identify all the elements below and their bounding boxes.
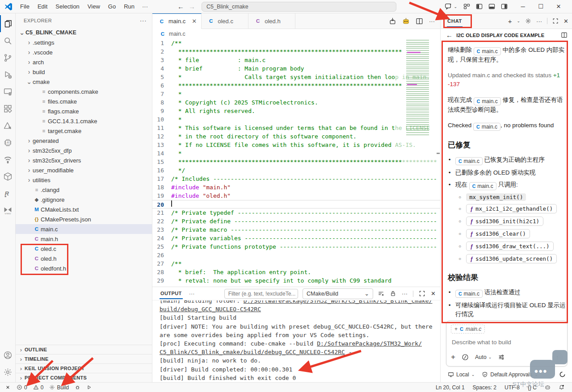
tree-item--clangd[interactable]: ≡.clangd [16,185,152,195]
ai-robot-icon[interactable] [402,17,410,25]
function-chip[interactable]: ƒssd1306_update_screen() [466,254,557,263]
tree-item-build[interactable]: ›build [16,67,152,77]
close-tab-icon[interactable]: ✕ [188,18,197,25]
code-mode-icon[interactable] [462,354,469,361]
output-more-icon[interactable]: ··· [187,290,197,297]
breadcrumb[interactable]: C main.c [152,29,440,39]
code-editor[interactable]: 1/**2 **********************************… [152,39,440,287]
window-minimize-button[interactable]: ─ [514,0,532,13]
tune-sliders-icon[interactable] [498,354,505,361]
toggle-secondary-sidebar-icon[interactable] [501,3,508,10]
tab-oled-h[interactable]: Coled.h [248,13,295,29]
files-activity-icon[interactable] [0,15,16,32]
tree-item--settings[interactable]: ›.settings [16,38,152,47]
remote-activity-icon[interactable] [0,83,16,100]
tree-item-arch[interactable]: ›arch [16,57,152,67]
status-{}[interactable]: {} C [526,383,539,392]
flash-download-icon[interactable] [389,17,396,25]
output-link[interactable]: D:/SoftwarePackage/STM32_Work/ [317,340,422,347]
tree-item-utilities[interactable]: ›utilities [16,175,152,185]
tree-item-files-cmake[interactable]: ≡files.cmake [16,96,152,106]
tab-oled-c[interactable]: Coled.c [202,13,248,29]
status-ln[interactable]: Ln 20, Col 1 [433,383,467,392]
remote-indicator[interactable] [3,383,13,392]
output-link[interactable]: C5_Blink/C5_Blink_cmake/build/debug_GCC_… [160,349,345,355]
chat-back-icon[interactable]: ← [446,31,453,39]
tree-item-target-cmake[interactable]: ≡target.cmake [16,126,152,136]
chip-activity-icon[interactable]: R [0,134,16,151]
file-chip-main-c[interactable]: Cmain.c [455,157,483,165]
chat-split-icon[interactable] [561,32,568,38]
menu-go[interactable]: Go [104,2,120,12]
tab-main-c[interactable]: Cmain.c✕ [152,13,202,29]
explorer-more-icon[interactable]: ··· [140,17,147,24]
menu-view[interactable]: View [84,2,104,12]
environment-select[interactable]: Local⌄ [448,371,475,378]
tree-item-oled-c[interactable]: Coled.c [16,244,152,254]
menu-more-icon[interactable]: ··· [139,3,151,10]
toggle-panel-icon[interactable] [488,3,495,10]
tree-item-cmakepresets-json[interactable]: {}CMakePresets.json [16,214,152,224]
debug-activity-icon[interactable] [0,66,16,83]
output-channel-select[interactable]: CMake/Build⌄ [303,288,373,299]
nav-forward-icon[interactable]: → [189,3,195,10]
section-timeline[interactable]: ›TIMELINE [16,354,152,363]
notifications-bell-icon[interactable] [556,383,567,392]
section-project-components[interactable]: ›PROJECT COMPONENTS [16,373,152,382]
cmake-build-button[interactable]: Build [47,383,71,392]
tree-item--vscode[interactable]: ›.vscode [16,47,152,57]
maximize-panel-icon[interactable] [419,290,425,297]
chat-more-icon[interactable]: ··· [536,18,542,25]
section-keil-uvision-project[interactable]: ›KEIL UVISION PROJECT [16,363,152,373]
scroll-lock-icon[interactable] [390,290,396,297]
context-chip[interactable]: + C main.c [451,325,485,334]
tree-item-cmakelists-txt[interactable]: MCMakeLists.txt [16,204,152,214]
tree-item-stm32c5xx-drivers[interactable]: ›stm32c5xx_drivers [16,155,152,165]
menu-edit[interactable]: Edit [34,2,51,12]
nav-back-icon[interactable]: ← [177,3,184,10]
status-utf-8[interactable]: UTF-8 [502,383,522,392]
copilot-status-icon[interactable] [543,383,553,392]
stm32-activity-icon[interactable]: STM32 [0,202,16,219]
tree-item-main-c[interactable]: Cmain.c [16,224,152,234]
tree-item-cmake[interactable]: ⌄cmake [16,77,152,87]
tree-item-flags-cmake[interactable]: ≡flags.cmake [16,106,152,116]
split-editor-icon[interactable] [416,17,423,25]
chat-maximize-icon[interactable] [552,18,559,24]
tree-item-oled-h[interactable]: Coled.h [16,254,152,263]
wifi-activity-icon[interactable] [0,151,16,168]
chat-close-icon[interactable]: ✕ [564,18,568,25]
function-chip[interactable]: ƒssd1306_draw_text(...) [466,242,554,251]
run-button[interactable] [84,383,94,392]
output-link[interactable]: D:/SoftwarePackage/STM32_Work/C5_Blink/C… [244,300,433,304]
tree-item-stm32c5xx-dfp[interactable]: ›stm32c5xx_dfp [16,146,152,155]
send-button[interactable]: ↑ [552,352,563,363]
approvals-select[interactable]: Default Approvals⌄ [482,371,538,378]
minimap[interactable] [406,40,436,135]
tree-item-gcc-14-3-1-cmake[interactable]: ≡GCC.14.3.1.cmake [16,116,152,126]
tree-item-c5-blink-cmake[interactable]: ⌄C5_BLINK_CMAKE [16,28,152,38]
customize-layout-icon[interactable] [463,3,470,10]
copilot-titlebar-icon[interactable]: ⌄ [445,3,457,10]
cube-activity-icon[interactable] [0,168,16,185]
attach-icon[interactable]: + [451,353,455,362]
tree-item-oledfont-h[interactable]: Coledfont.h [16,263,152,273]
file-chip-main-c[interactable]: Cmain.c [455,290,483,298]
menu-file[interactable]: File [16,2,34,12]
problems-errors[interactable]: 0 [14,383,29,392]
extensions-activity-icon[interactable] [0,100,16,117]
output-link[interactable]: build/debug_GCC_NUCLEO-C542RC [160,306,261,313]
chat-settings-gear-icon[interactable] [525,18,531,24]
file-chip-main-c[interactable]: Cmain.c [474,47,501,55]
chat-input[interactable]: + C main.c Describe what to build + Auto… [446,321,568,367]
tree-item-generated[interactable]: ›generated [16,136,152,146]
close-panel-icon[interactable]: ✕ [431,290,436,297]
search-activity-icon[interactable] [0,32,16,49]
menu-run[interactable]: Run [120,2,139,12]
toggle-primary-sidebar-icon[interactable] [476,3,483,10]
new-chat-dropdown-icon[interactable]: ⌄ [517,19,521,23]
file-chip-main-c[interactable]: Cmain.c [473,123,500,131]
tree-item-components-cmake[interactable]: ≡components.cmake [16,87,152,96]
function-chip[interactable]: ƒssd1306_init(hi2c1) [466,217,543,226]
tree-item-user-modifiable[interactable]: ›user_modifiable [16,165,152,175]
